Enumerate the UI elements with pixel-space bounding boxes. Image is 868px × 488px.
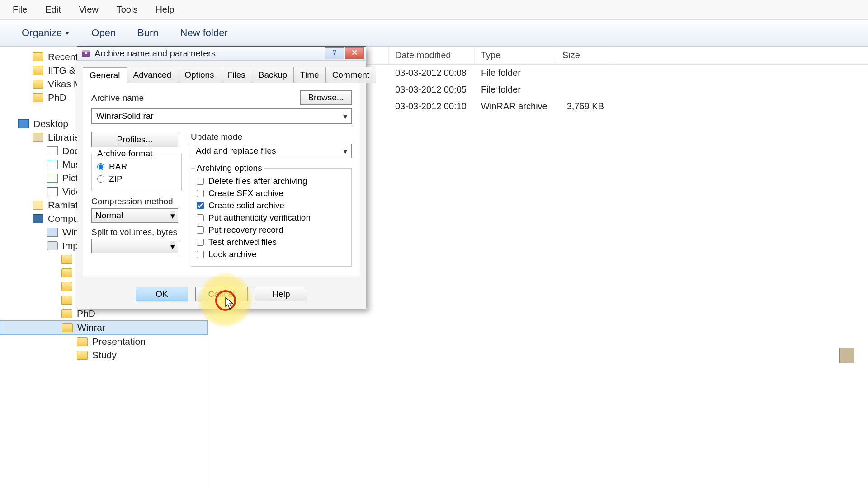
col-type[interactable]: Type (475, 47, 556, 64)
user-avatar (839, 348, 854, 363)
dialog-tabs: General Advanced Options Files Backup Ti… (77, 61, 366, 83)
option-label: Create solid archive (208, 201, 284, 211)
dialog-button-row: OK Cancel Help (77, 282, 366, 309)
folder-icon (77, 337, 88, 346)
archive-format-label: Archive format (95, 149, 154, 159)
help-button[interactable]: Help (255, 287, 307, 301)
menubar: File Edit View Tools Help (0, 0, 868, 20)
split-select[interactable] (91, 239, 178, 253)
split-label: Split to volumes, bytes (91, 227, 182, 237)
option-label: Put authenticity verification (208, 213, 311, 223)
option-checkbox[interactable]: Create SFX archive (197, 188, 346, 198)
svg-rect-1 (82, 50, 90, 52)
option-checkbox[interactable]: Put authenticity verification (197, 213, 346, 223)
folder-icon (33, 93, 43, 102)
menu-edit[interactable]: Edit (36, 2, 70, 18)
menu-help[interactable]: Help (146, 2, 183, 18)
folder-icon (33, 66, 43, 75)
nav-item-label: Study (92, 350, 117, 361)
option-checkbox[interactable]: Test archived files (197, 237, 346, 247)
folder-icon (61, 309, 72, 318)
menu-file[interactable]: File (4, 2, 36, 18)
folder-icon (18, 119, 29, 128)
update-mode-select[interactable]: Add and replace files (191, 144, 352, 158)
toolbar: Organize Open Burn New folder (0, 20, 868, 47)
nav-item-label: Presentation (92, 336, 146, 347)
menu-tools[interactable]: Tools (108, 2, 147, 18)
winrar-icon (81, 48, 91, 58)
open-label: Open (91, 27, 116, 39)
profiles-button[interactable]: Profiles... (91, 132, 178, 147)
option-checkbox[interactable]: Create solid archive (197, 201, 346, 211)
dialog-title: Archive name and parameters (94, 48, 324, 59)
folder-icon (47, 160, 58, 169)
nav-item-label: Winrar (77, 322, 105, 333)
archive-name-input[interactable]: WinrarSolid.rar (91, 108, 352, 124)
folder-icon (47, 174, 58, 183)
open-button[interactable]: Open (80, 24, 127, 42)
organize-button[interactable]: Organize (11, 24, 80, 42)
option-label: Create SFX archive (208, 188, 283, 198)
folder-icon (62, 323, 73, 332)
tab-advanced[interactable]: Advanced (127, 67, 179, 83)
nav-item[interactable]: Winrar (0, 320, 208, 335)
archive-format-group: Archive format RAR ZIP (91, 154, 182, 191)
folder-icon (47, 146, 58, 155)
folder-icon (61, 255, 72, 264)
folder-icon (33, 133, 43, 142)
option-label: Delete files after archiving (208, 176, 307, 186)
tab-backup[interactable]: Backup (252, 67, 294, 83)
folder-icon (33, 80, 43, 89)
folder-icon (33, 52, 43, 61)
radio-zip[interactable]: ZIP (97, 174, 176, 184)
archive-dialog: Archive name and parameters ? ✕ General … (77, 46, 366, 309)
folder-icon (47, 228, 58, 237)
folder-icon (61, 282, 72, 291)
option-label: Lock archive (208, 249, 257, 259)
folder-icon (47, 187, 58, 196)
nav-item-label: Desktop (33, 118, 68, 129)
cancel-button[interactable]: Cancel (195, 287, 248, 301)
tab-options[interactable]: Options (178, 67, 221, 83)
svg-rect-2 (85, 52, 87, 54)
tab-comment[interactable]: Comment (326, 67, 376, 83)
browse-button[interactable]: Browse... (300, 90, 352, 105)
option-label: Test archived files (208, 237, 277, 247)
tab-time[interactable]: Time (293, 67, 326, 83)
nav-item-label: PhD (48, 92, 66, 103)
archiving-options-group: Archiving options Delete files after arc… (191, 168, 352, 267)
nav-item[interactable]: Presentation (0, 335, 208, 348)
folder-icon (33, 214, 43, 223)
burn-button[interactable]: Burn (127, 24, 169, 42)
option-label: Put recovery record (208, 225, 283, 235)
radio-zip-label: ZIP (109, 174, 123, 184)
option-checkbox[interactable]: Delete files after archiving (197, 176, 346, 186)
dialog-titlebar[interactable]: Archive name and parameters ? ✕ (77, 47, 366, 61)
folder-icon (77, 351, 88, 360)
titlebar-help-button[interactable]: ? (325, 47, 344, 59)
archive-name-label: Archive name (91, 93, 144, 103)
new-folder-button[interactable]: New folder (170, 24, 239, 42)
menu-view[interactable]: View (70, 2, 108, 18)
col-size[interactable]: Size (556, 47, 610, 64)
nav-item-label: PhD (77, 308, 95, 319)
tab-general[interactable]: General (83, 67, 127, 83)
compression-label: Compression method (91, 197, 182, 206)
col-date[interactable]: Date modified (389, 47, 475, 64)
ok-button[interactable]: OK (136, 287, 188, 301)
radio-rar[interactable]: RAR (97, 162, 176, 172)
option-checkbox[interactable]: Lock archive (197, 249, 346, 259)
archiving-options-label: Archiving options (195, 163, 264, 173)
folder-icon (47, 241, 58, 250)
folder-icon (61, 268, 72, 277)
compression-select[interactable]: Normal (91, 208, 178, 223)
folder-icon (61, 296, 72, 305)
option-checkbox[interactable]: Put recovery record (197, 225, 346, 235)
nav-item[interactable]: Study (0, 348, 208, 362)
radio-rar-label: RAR (109, 162, 127, 172)
titlebar-close-button[interactable]: ✕ (345, 47, 364, 59)
folder-icon (33, 201, 43, 210)
tab-files[interactable]: Files (221, 67, 252, 83)
update-mode-label: Update mode (191, 132, 352, 142)
